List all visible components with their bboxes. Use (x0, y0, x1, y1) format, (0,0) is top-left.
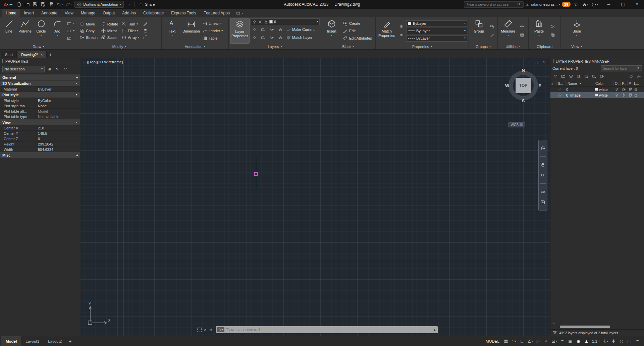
ribbon-tab-manage[interactable]: Manage (77, 9, 99, 17)
circle-button[interactable]: Circle▾ (34, 18, 49, 44)
command-close-icon[interactable]: × (204, 327, 207, 332)
column-name[interactable]: Name▲ (565, 80, 594, 86)
column-on[interactable]: O... (613, 80, 621, 86)
selection-cycling-toggle[interactable]: ▣ (567, 337, 574, 345)
set-current-layer-button[interactable] (599, 73, 605, 79)
layer-row-0-image[interactable]: 0_Image white (550, 92, 644, 98)
layer-row-0[interactable]: 0 white (550, 86, 644, 92)
match-properties-button[interactable]: Match Properties (377, 18, 396, 44)
property-row-plot-table-type[interactable]: Plot table typeNot available (0, 114, 80, 119)
section-3d-visualization[interactable]: 3D Visualization▼ (0, 80, 80, 86)
viewcube-south[interactable]: S (522, 98, 525, 103)
hatch-button[interactable] (66, 35, 75, 42)
refresh-button[interactable] (628, 73, 634, 79)
viewcube[interactable]: N S W E TOP (504, 67, 542, 104)
viewcube-west[interactable]: W (505, 83, 509, 88)
help-button[interactable]: ▾ (591, 1, 599, 8)
new-property-filter-button[interactable] (552, 73, 559, 79)
grid-display-toggle[interactable]: ▦ (502, 337, 510, 345)
layer-search-input[interactable] (603, 66, 635, 70)
drawing-canvas[interactable]: [−] [Top] [2D Wireframe] ─ ▢ × N S W E T… (80, 58, 550, 336)
layer-freeze-toggle[interactable] (621, 93, 627, 97)
layer-lock-button[interactable] (277, 26, 284, 33)
create-block-button[interactable]: Create (342, 20, 373, 27)
save-as-button[interactable] (39, 1, 47, 8)
doc-minimize-icon[interactable]: ─ (528, 60, 531, 64)
layer-name[interactable]: 0_Image (565, 93, 594, 97)
polyline-button[interactable]: Polyline (17, 18, 33, 44)
new-file-button[interactable] (15, 1, 23, 8)
recent-commands-button[interactable]: ▲ (433, 328, 436, 332)
ribbon-tab-home[interactable]: Home (2, 9, 20, 17)
trial-badge[interactable]: 29 (562, 2, 571, 7)
copy-button[interactable]: Copy (78, 27, 99, 34)
new-layer-button[interactable] (576, 73, 582, 79)
layer-plot-toggle[interactable] (627, 93, 633, 97)
layer-thaw-button[interactable] (268, 34, 276, 41)
new-layout-button[interactable]: + (66, 336, 74, 346)
command-grip-icon[interactable] (197, 328, 202, 332)
property-row-plot-style-table[interactable]: Plot style tab...None (0, 103, 80, 108)
ribbon-tab-addins[interactable]: Add-ins (118, 9, 140, 17)
showmotion-icon[interactable] (540, 200, 545, 205)
property-row-center-z[interactable]: Center Z0 (0, 136, 80, 141)
ribbon-tab-collaborate[interactable]: Collaborate (140, 9, 167, 17)
rotate-button[interactable]: Rotate (100, 21, 119, 27)
column-color[interactable]: Color (594, 80, 613, 86)
base-view-button[interactable]: Base▾ (568, 18, 586, 44)
navigation-wheel-icon[interactable] (540, 146, 545, 151)
quick-select-button[interactable] (62, 66, 69, 72)
zoom-icon[interactable] (540, 173, 545, 178)
insert-button[interactable]: Insert▾ (323, 18, 341, 44)
delete-layer-button[interactable] (591, 73, 597, 79)
ungroup-button[interactable] (488, 23, 496, 31)
ucs-icon[interactable]: Y X (86, 301, 113, 330)
command-menu-button[interactable]: ▾ (217, 327, 224, 332)
leader-button[interactable]: Leader▾ (201, 28, 224, 34)
quick-calc-button[interactable] (518, 32, 526, 39)
workspace-selector[interactable]: Drafting & Annotation ▾ (74, 1, 124, 8)
group-button[interactable]: Group (470, 18, 487, 44)
layer-freeze-toggle[interactable] (621, 87, 627, 92)
autodesk-apps-button[interactable]: A▾ (582, 1, 589, 8)
panel-label-groups[interactable]: Groups▾ (469, 44, 497, 49)
keyword-search[interactable] (464, 1, 524, 8)
annotation-scale-button[interactable]: 1:1▾ (591, 339, 601, 343)
panel-label-modify[interactable]: Modify▾ (77, 44, 161, 49)
save-button[interactable] (31, 1, 39, 8)
ribbon-tab-express-tools[interactable]: Express Tools (167, 9, 200, 17)
palette-grip-icon[interactable] (553, 59, 554, 63)
layer-on-toggle[interactable] (613, 87, 621, 92)
edit-block-button[interactable]: Edit (342, 28, 373, 34)
horizontal-scrollbar[interactable] (560, 326, 641, 329)
panel-label-annotation[interactable]: Annotation▾ (162, 44, 228, 49)
column-lock[interactable]: L... (633, 80, 644, 86)
model-space-toggle[interactable]: MODEL (486, 339, 499, 343)
match-layer-button[interactable]: Match Layer (285, 35, 314, 41)
array-button[interactable]: Array▾ (120, 34, 140, 41)
palette-grip-icon[interactable] (2, 59, 3, 63)
viewcube-north[interactable]: N (522, 68, 525, 73)
collapse-filters-button[interactable]: » (550, 321, 644, 325)
isolate-objects-button[interactable]: ◎ (618, 337, 625, 345)
maximize-button[interactable]: ▢ (616, 0, 630, 9)
snap-mode-toggle[interactable]: ∷▾ (510, 337, 518, 345)
layer-manager-header[interactable]: LAYER PROPERTIES MANAGER (550, 58, 644, 65)
file-tab-drawing2[interactable]: Drawing2*× (17, 51, 47, 58)
offset-button[interactable] (142, 34, 149, 41)
layer-plot-toggle[interactable] (627, 87, 633, 92)
annotation-visibility-toggle[interactable]: ◉ (575, 337, 582, 345)
layer-states-button[interactable] (568, 73, 574, 79)
customization-button[interactable]: ≡ (634, 337, 641, 345)
ellipse-button[interactable]: ▾ (66, 28, 75, 34)
paste-button[interactable]: Paste▾ (530, 18, 548, 44)
model-tab[interactable]: Model (1, 336, 21, 346)
command-customize-icon[interactable] (209, 328, 213, 332)
search-icon[interactable] (636, 66, 640, 71)
layer-on-button[interactable] (251, 34, 258, 41)
undo-button[interactable]: ▾ (55, 1, 64, 8)
rectangle-button[interactable]: ▾ (66, 20, 75, 27)
minimize-button[interactable]: ─ (602, 0, 616, 9)
object-color-dropdown[interactable]: ByLayer▾ (406, 20, 467, 27)
id-point-button[interactable] (518, 23, 526, 31)
